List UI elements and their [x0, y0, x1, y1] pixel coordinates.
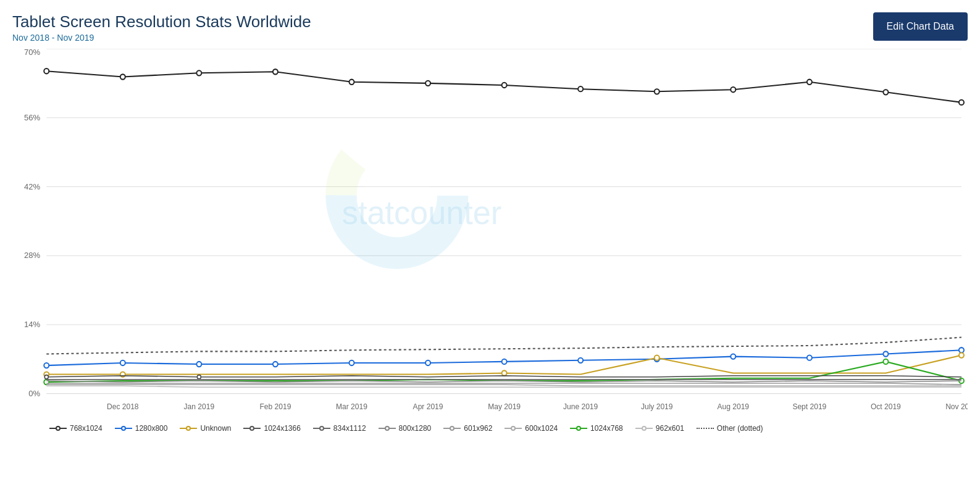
chart-svg: 0% 14% 28% 42% 56% 70% Dec 2018 Jan 2019…: [12, 49, 968, 419]
svg-point-63: [197, 375, 201, 379]
svg-point-36: [655, 89, 660, 94]
svg-point-56: [502, 370, 507, 375]
chart-area: 0% 14% 28% 42% 56% 70% Dec 2018 Jan 2019…: [12, 49, 968, 419]
svg-point-47: [502, 359, 507, 364]
svg-point-34: [502, 83, 507, 88]
svg-point-46: [425, 360, 430, 365]
legend-item-800x1280: 800x1280: [379, 424, 432, 433]
svg-point-58: [959, 352, 964, 357]
legend-item-601x962: 601x962: [443, 424, 492, 433]
svg-point-35: [578, 86, 583, 91]
legend-item-962x601: 962x601: [635, 424, 684, 433]
legend-item-1024x1366: 1024x1366: [243, 424, 300, 433]
svg-text:Aug 2019: Aug 2019: [718, 402, 750, 411]
header: Tablet Screen Resolution Stats Worldwide…: [12, 12, 968, 43]
svg-point-28: [44, 69, 49, 73]
svg-text:Mar 2019: Mar 2019: [336, 402, 367, 411]
chart-subtitle: Nov 2018 - Nov 2019: [12, 33, 311, 43]
svg-text:statcounter: statcounter: [342, 194, 501, 231]
svg-text:June 2019: June 2019: [563, 402, 598, 411]
svg-text:Jan 2019: Jan 2019: [184, 402, 215, 411]
svg-text:28%: 28%: [24, 251, 40, 260]
svg-text:Feb 2019: Feb 2019: [259, 402, 291, 411]
svg-point-43: [196, 362, 201, 367]
svg-point-29: [120, 74, 125, 79]
legend: 768x1024 1280x800 Unknown 1024x1366: [12, 424, 968, 433]
svg-text:Nov 2019: Nov 2019: [945, 402, 968, 411]
svg-text:56%: 56%: [24, 113, 40, 122]
svg-point-31: [273, 69, 278, 74]
svg-point-41: [44, 363, 49, 368]
legend-item-768x1024: 768x1024: [49, 424, 103, 433]
svg-point-32: [349, 80, 354, 85]
svg-point-48: [578, 358, 583, 363]
svg-point-51: [807, 356, 812, 360]
legend-item-unknown: Unknown: [180, 424, 231, 433]
svg-text:Apr 2019: Apr 2019: [413, 402, 443, 411]
title-block: Tablet Screen Resolution Stats Worldwide…: [12, 12, 311, 43]
svg-point-57: [655, 356, 660, 360]
svg-text:May 2019: May 2019: [488, 402, 521, 411]
svg-point-42: [120, 360, 125, 365]
legend-item-600x1024: 600x1024: [505, 424, 558, 433]
svg-point-45: [349, 360, 354, 365]
svg-text:70%: 70%: [24, 49, 40, 57]
svg-point-52: [883, 351, 888, 356]
svg-text:July 2019: July 2019: [641, 402, 673, 411]
svg-point-59: [44, 380, 49, 385]
legend-item-834x1112: 834x1112: [313, 424, 366, 433]
legend-item-1280x800: 1280x800: [115, 424, 168, 433]
svg-point-53: [959, 347, 964, 352]
svg-text:14%: 14%: [24, 320, 40, 329]
svg-point-37: [731, 87, 735, 92]
svg-text:Oct 2019: Oct 2019: [871, 402, 901, 411]
page-container: Tablet Screen Resolution Stats Worldwide…: [0, 0, 980, 495]
svg-text:Dec 2018: Dec 2018: [107, 402, 139, 411]
svg-point-30: [196, 70, 201, 75]
svg-point-60: [883, 359, 888, 364]
svg-point-33: [425, 81, 430, 86]
svg-point-62: [44, 375, 48, 379]
svg-point-39: [883, 89, 888, 94]
svg-point-38: [807, 80, 812, 85]
legend-item-1024x768: 1024x768: [570, 424, 623, 433]
line-600x1024: [46, 385, 961, 386]
svg-point-40: [959, 100, 964, 105]
svg-text:42%: 42%: [24, 181, 40, 191]
svg-point-50: [731, 354, 735, 359]
line-1024x1366: [46, 376, 961, 377]
svg-point-55: [120, 372, 125, 376]
svg-text:0%: 0%: [28, 389, 40, 398]
line-800x1280: [46, 381, 961, 382]
svg-text:Sept 2019: Sept 2019: [792, 402, 826, 411]
chart-title: Tablet Screen Resolution Stats Worldwide: [12, 12, 311, 31]
edit-chart-data-button[interactable]: Edit Chart Data: [873, 12, 968, 41]
svg-point-44: [273, 362, 278, 367]
legend-item-other-dotted: Other (dotted): [697, 424, 763, 433]
line-other-dotted: [46, 338, 961, 354]
